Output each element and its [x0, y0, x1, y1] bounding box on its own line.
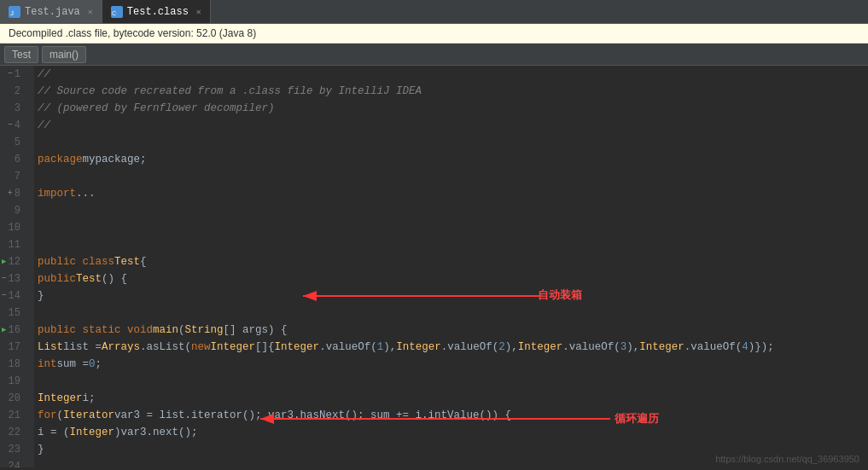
- gutter-line-15: 15: [0, 305, 27, 322]
- token: //: [38, 117, 50, 134]
- gutter-line-1: −1: [0, 66, 27, 83]
- tab-close-java[interactable]: ✕: [88, 7, 93, 17]
- gutter-line-11: 11: [0, 236, 27, 253]
- token: //: [38, 66, 50, 83]
- code-area[interactable]: //// Source code recreated from a .class…: [34, 66, 868, 467]
- gutter-line-3: 3: [0, 100, 27, 117]
- watermark: https://blog.csdn.net/qq_36963950: [715, 454, 859, 464]
- gutter-line-22: 22: [0, 424, 27, 441]
- token: (: [178, 322, 185, 339]
- token: main: [153, 322, 178, 339]
- token: ...: [76, 185, 96, 202]
- token: package: [38, 151, 83, 168]
- code-line-18: int sum = 0;: [34, 356, 868, 373]
- code-line-12: public class Test {: [34, 253, 868, 270]
- java-icon: J: [9, 6, 20, 18]
- line-number-8: 8: [15, 185, 20, 202]
- token: public class: [38, 253, 114, 270]
- token: []{: [255, 339, 275, 356]
- gutter-line-10: 10: [0, 219, 27, 236]
- token: public static void: [38, 322, 153, 339]
- code-line-8: import ...: [34, 185, 868, 202]
- gutter-line-4: −4: [0, 117, 27, 134]
- gutter-line-21: 21: [0, 407, 27, 424]
- code-line-16: public static void main(String[] args) {: [34, 322, 868, 339]
- fold-collapse-1[interactable]: −: [8, 66, 13, 83]
- tab-close-class[interactable]: ✕: [196, 7, 201, 17]
- code-line-6: package mypackage;: [34, 151, 868, 168]
- gutter-line-7: 7: [0, 168, 27, 185]
- line-number-10: 10: [9, 219, 20, 236]
- token: .asList(: [140, 339, 191, 356]
- token: 0: [89, 356, 96, 373]
- gutter-line-9: 9: [0, 202, 27, 219]
- line-number-2: 2: [15, 83, 20, 100]
- breadcrumb-bar: Test main(): [0, 44, 868, 66]
- token: mypackage;: [83, 151, 147, 168]
- gutter-line-17: 17: [0, 339, 27, 356]
- token: import: [38, 185, 76, 202]
- line-number-22: 22: [9, 424, 20, 441]
- code-line-10: [34, 219, 868, 236]
- token: Integer: [518, 339, 563, 356]
- token: .valueOf(: [319, 339, 377, 356]
- code-line-22: i = (Integer)var3.next();: [34, 424, 868, 441]
- fold-collapse-14[interactable]: −: [2, 287, 7, 305]
- token: int: [38, 356, 57, 373]
- fold-collapse-13[interactable]: −: [2, 270, 7, 287]
- token: Test: [114, 253, 140, 270]
- token: 4: [742, 339, 749, 356]
- fold-collapse-4[interactable]: −: [8, 117, 13, 134]
- line-number-14: 14: [9, 287, 20, 305]
- token: )});: [749, 339, 774, 356]
- banner: Decompiled .class file, bytecode version…: [0, 24, 868, 44]
- code-line-7: [34, 168, 868, 185]
- code-line-2: // Source code recreated from a .class f…: [34, 83, 868, 100]
- code-line-21: for(Iterator var3 = list.iterator(); var…: [34, 407, 868, 424]
- tab-bar: J Test.java ✕ C Test.class ✕: [0, 0, 868, 24]
- token: }: [38, 441, 44, 458]
- gutter-line-2: 2: [0, 83, 27, 100]
- token: .valueOf(: [562, 339, 620, 356]
- code-line-1: //: [34, 66, 868, 83]
- token: i;: [83, 390, 96, 407]
- token: sum =: [57, 356, 90, 373]
- token: 2: [498, 339, 505, 356]
- token: list =: [63, 339, 102, 356]
- token: )var3.next();: [114, 424, 198, 441]
- line-number-21: 21: [9, 407, 20, 424]
- token: Arrays: [102, 339, 140, 356]
- tab-test-java[interactable]: J Test.java ✕: [0, 0, 102, 23]
- code-line-15: [34, 305, 868, 322]
- token: (: [57, 407, 64, 424]
- tab-test-class-label: Test.class: [127, 6, 189, 18]
- token: Test: [76, 270, 102, 287]
- token: }: [38, 287, 44, 305]
- svg-text:J: J: [10, 9, 14, 17]
- code-line-5: [34, 134, 868, 151]
- editor-container: −123−4567+89101112−13−141516171819202122…: [0, 66, 868, 467]
- gutter-line-18: 18: [0, 356, 27, 373]
- token: String: [185, 322, 224, 339]
- code-line-19: [34, 373, 868, 390]
- fold-expand-8[interactable]: +: [8, 185, 13, 202]
- code-line-17: List list = Arrays.asList(new Integer[]{…: [34, 339, 868, 356]
- breadcrumb-test[interactable]: Test: [4, 46, 38, 63]
- token: List: [38, 339, 63, 356]
- token: Integer: [275, 339, 320, 356]
- token: Integer: [70, 424, 115, 441]
- line-number-12: 12: [9, 253, 20, 270]
- token: public: [38, 270, 76, 287]
- token: i = (: [38, 424, 70, 441]
- line-number-16: 16: [9, 322, 20, 339]
- tab-test-class[interactable]: C Test.class ✕: [102, 0, 211, 23]
- svg-text:C: C: [112, 10, 116, 16]
- gutter-line-6: 6: [0, 151, 27, 168]
- line-number-17: 17: [9, 339, 20, 356]
- gutter-line-19: 19: [0, 373, 27, 390]
- gutter-line-12: 12: [0, 253, 27, 270]
- code-line-4: //: [34, 117, 868, 134]
- gutter-line-24: 24: [0, 458, 27, 467]
- breadcrumb-main[interactable]: main(): [42, 46, 86, 63]
- token: Integer: [396, 339, 441, 356]
